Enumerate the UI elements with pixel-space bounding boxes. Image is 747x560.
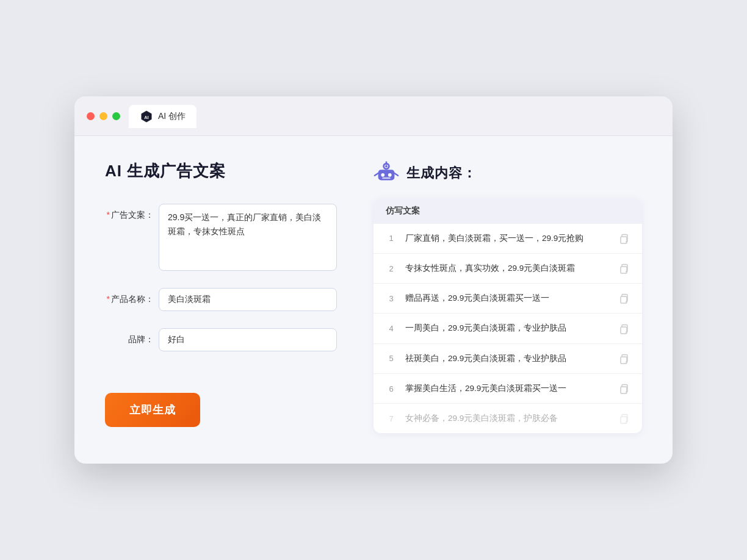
result-row-faded: 7 女神必备，29.9元美白淡斑霜，护肤必备 — [374, 404, 642, 433]
ad-copy-group: *广告文案： 29.9买一送一，真正的厂家直销，美白淡斑霜，专抹女性斑点 — [105, 204, 337, 271]
result-table-header: 仿写文案 — [374, 198, 642, 224]
generate-button[interactable]: 立即生成 — [105, 393, 200, 427]
ad-copy-label: *广告文案： — [105, 204, 154, 221]
left-panel: AI 生成广告文案 *广告文案： 29.9买一送一，真正的厂家直销，美白淡斑霜，… — [105, 160, 337, 434]
ai-tab[interactable]: AI AI 创作 — [129, 105, 197, 128]
svg-point-10 — [385, 165, 388, 167]
result-text: 女神必备，29.9元美白淡斑霜，护肤必备 — [405, 412, 609, 425]
svg-point-12 — [386, 161, 388, 163]
svg-line-8 — [375, 173, 378, 176]
result-text: 祛斑美白，29.9元美白淡斑霜，专业护肤品 — [405, 353, 609, 365]
browser-window: AI AI 创作 AI 生成广告文案 *广告文案： 29.9买一送一，真正的厂家… — [74, 96, 673, 464]
ad-copy-required: * — [107, 210, 110, 220]
copy-icon[interactable] — [618, 382, 630, 395]
svg-rect-14 — [621, 267, 627, 273]
brand-group: 品牌： — [105, 328, 337, 351]
svg-rect-7 — [382, 177, 390, 178]
result-text: 一周美白，29.9元美白淡斑霜，专业护肤品 — [405, 322, 609, 334]
result-row: 5 祛斑美白，29.9元美白淡斑霜，专业护肤品 — [374, 344, 642, 374]
result-text: 掌握美白生活，29.9元美白淡斑霜买一送一 — [405, 382, 609, 395]
right-panel: 生成内容： 仿写文案 1 厂家直销，美白淡斑霜，买一送一，29.9元抢购 2 专… — [374, 160, 642, 434]
copy-icon[interactable] — [618, 232, 630, 245]
svg-text:AI: AI — [144, 114, 148, 120]
copy-icon[interactable] — [618, 292, 630, 304]
ai-tab-icon: AI — [140, 110, 153, 123]
result-row: 3 赠品再送，29.9元美白淡斑霜买一送一 — [374, 284, 642, 314]
product-name-input[interactable] — [159, 288, 337, 311]
result-num: 3 — [386, 294, 397, 303]
result-num: 1 — [386, 234, 397, 243]
product-name-group: *产品名称： — [105, 288, 337, 311]
svg-rect-18 — [621, 387, 627, 393]
browser-content: AI 生成广告文案 *广告文案： 29.9买一送一，真正的厂家直销，美白淡斑霜，… — [74, 136, 673, 464]
page-title: AI 生成广告文案 — [105, 160, 337, 182]
right-header: 生成内容： — [374, 160, 642, 186]
result-table: 仿写文案 1 厂家直销，美白淡斑霜，买一送一，29.9元抢购 2 专抹女性斑点，… — [374, 198, 642, 434]
result-text: 厂家直销，美白淡斑霜，买一送一，29.9元抢购 — [405, 232, 609, 245]
svg-point-6 — [388, 173, 392, 177]
result-num: 2 — [386, 264, 397, 273]
robot-icon — [374, 160, 399, 186]
product-name-label: *产品名称： — [105, 288, 154, 305]
result-text: 赠品再送，29.9元美白淡斑霜买一送一 — [405, 292, 609, 304]
copy-icon[interactable] — [618, 353, 630, 365]
result-row: 4 一周美白，29.9元美白淡斑霜，专业护肤品 — [374, 314, 642, 343]
traffic-lights — [87, 112, 120, 120]
result-row: 1 厂家直销，美白淡斑霜，买一送一，29.9元抢购 — [374, 224, 642, 254]
result-row: 2 专抹女性斑点，真实功效，29.9元美白淡斑霜 — [374, 254, 642, 284]
svg-rect-19 — [621, 417, 627, 423]
result-row: 6 掌握美白生活，29.9元美白淡斑霜买一送一 — [374, 374, 642, 404]
svg-rect-15 — [621, 296, 627, 303]
svg-rect-17 — [621, 357, 627, 364]
minimize-button[interactable] — [99, 112, 107, 120]
result-text: 专抹女性斑点，真实功效，29.9元美白淡斑霜 — [405, 262, 609, 275]
brand-label: 品牌： — [105, 328, 154, 345]
close-button[interactable] — [87, 112, 95, 120]
tab-label: AI 创作 — [158, 111, 186, 122]
svg-point-5 — [381, 173, 384, 177]
svg-rect-16 — [621, 327, 627, 334]
result-num: 6 — [386, 384, 397, 393]
brand-input[interactable] — [159, 328, 337, 351]
ad-copy-input[interactable]: 29.9买一送一，真正的厂家直销，美白淡斑霜，专抹女性斑点 — [159, 204, 337, 271]
product-name-required: * — [107, 294, 110, 304]
copy-icon[interactable] — [618, 323, 630, 335]
svg-line-9 — [394, 173, 398, 176]
svg-rect-13 — [621, 237, 627, 243]
result-num: 7 — [386, 414, 397, 423]
copy-icon[interactable] — [618, 412, 630, 425]
right-title: 生成内容： — [406, 164, 477, 182]
titlebar: AI AI 创作 — [74, 96, 673, 136]
maximize-button[interactable] — [112, 112, 120, 120]
result-num: 4 — [386, 324, 397, 333]
copy-icon[interactable] — [618, 262, 630, 275]
result-num: 5 — [386, 354, 397, 363]
